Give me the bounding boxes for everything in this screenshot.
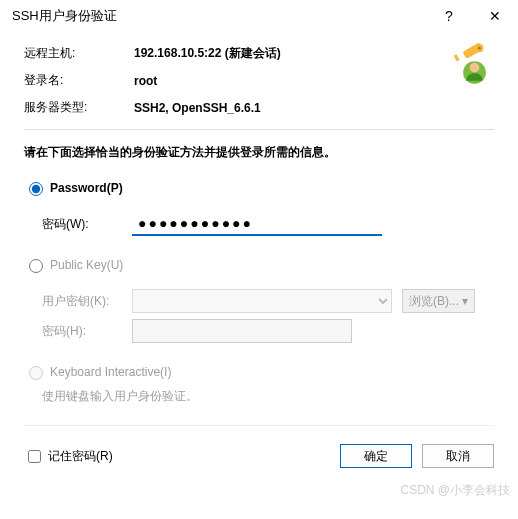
separator — [24, 129, 494, 130]
host-value: 192.168.10.5:22 (新建会话) — [134, 45, 281, 62]
ok-button[interactable]: 确定 — [340, 444, 412, 468]
publickey-radio[interactable] — [29, 259, 43, 273]
dialog-icon — [442, 40, 494, 92]
info-row-host: 远程主机: 192.168.10.5:22 (新建会话) — [24, 40, 442, 67]
keyboard-desc: 使用键盘输入用户身份验证。 — [24, 386, 494, 419]
remember-checkbox[interactable] — [28, 450, 41, 463]
remember-label: 记住密码(R) — [48, 448, 113, 465]
svg-point-4 — [478, 47, 481, 50]
info-row-login: 登录名: root — [24, 67, 442, 94]
password-field-label: 密码(W): — [42, 216, 122, 233]
auth-option-keyboard: Keyboard Interactive(I) — [24, 363, 494, 380]
info-row-type: 服务器类型: SSH2, OpenSSH_6.6.1 — [24, 94, 442, 121]
keypw-field-label: 密码(H): — [42, 323, 122, 340]
keyboard-radio — [29, 366, 43, 380]
window-title: SSH用户身份验证 — [12, 7, 426, 25]
login-value: root — [134, 74, 157, 88]
cancel-button[interactable]: 取消 — [422, 444, 494, 468]
svg-point-1 — [470, 63, 480, 73]
window-buttons: ? ✕ — [426, 0, 518, 32]
chevron-down-icon: ▾ — [462, 294, 468, 308]
password-radio[interactable] — [29, 182, 43, 196]
bottom-row: 记住密码(R) 确定 取消 — [24, 436, 494, 468]
server-type-value: SSH2, OpenSSH_6.6.1 — [134, 101, 261, 115]
keyboard-radio-label: Keyboard Interactive(I) — [50, 365, 171, 379]
svg-rect-5 — [454, 54, 460, 61]
userkey-combo — [132, 289, 392, 313]
auth-option-password[interactable]: Password(P) — [24, 179, 494, 196]
keypw-field-row: 密码(H): — [42, 319, 494, 343]
auth-option-publickey[interactable]: Public Key(U) — [24, 256, 494, 273]
titlebar: SSH用户身份验证 ? ✕ — [0, 0, 518, 32]
close-icon[interactable]: ✕ — [472, 0, 518, 32]
password-input[interactable] — [132, 212, 382, 236]
login-label: 登录名: — [24, 72, 134, 89]
remember-password[interactable]: 记住密码(R) — [24, 447, 113, 466]
publickey-radio-label: Public Key(U) — [50, 258, 123, 272]
keypw-input — [132, 319, 352, 343]
instruction-text: 请在下面选择恰当的身份验证方法并提供登录所需的信息。 — [24, 144, 494, 161]
userkey-field-label: 用户密钥(K): — [42, 293, 122, 310]
separator-bottom — [24, 425, 494, 426]
help-icon[interactable]: ? — [426, 0, 472, 32]
dialog-content: 远程主机: 192.168.10.5:22 (新建会话) 登录名: root 服… — [0, 32, 518, 482]
password-radio-label: Password(P) — [50, 181, 123, 195]
server-type-label: 服务器类型: — [24, 99, 134, 116]
browse-button: 浏览(B)... ▾ — [402, 289, 475, 313]
watermark: CSDN @小李会科技 — [0, 482, 518, 503]
password-field-row: 密码(W): — [42, 212, 494, 236]
key-user-icon — [442, 40, 494, 92]
host-label: 远程主机: — [24, 45, 134, 62]
userkey-field-row: 用户密钥(K): 浏览(B)... ▾ — [42, 289, 494, 313]
